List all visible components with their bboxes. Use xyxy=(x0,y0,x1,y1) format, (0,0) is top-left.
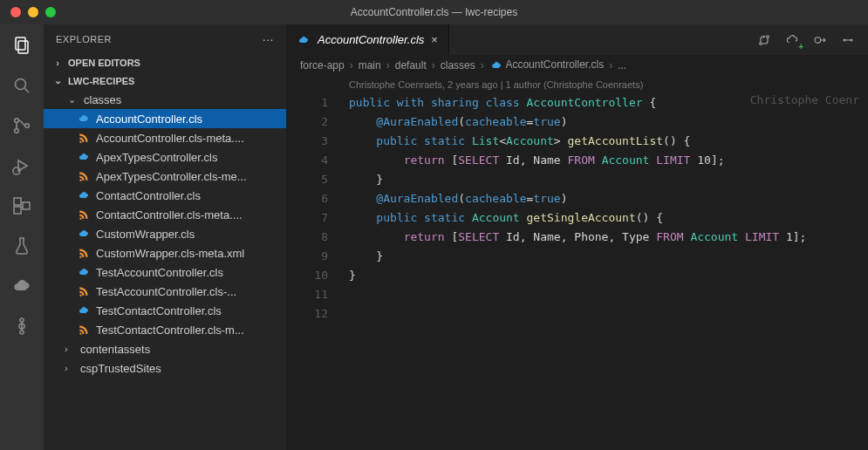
codelens[interactable]: Christophe Coenraets, 2 years ago | 1 au… xyxy=(349,79,643,90)
retrieve-icon[interactable] xyxy=(812,32,828,48)
debug-icon[interactable] xyxy=(10,153,34,178)
tab-account-controller[interactable]: AccountController.cls × xyxy=(286,24,449,55)
file-item[interactable]: AccountController.cls xyxy=(44,109,286,128)
chevron-right-icon: › xyxy=(65,344,75,354)
salesforce-cloud-icon[interactable] xyxy=(10,274,34,298)
svg-rect-0 xyxy=(16,38,25,50)
svg-point-5 xyxy=(15,129,19,133)
breadcrumbs[interactable]: force-app›main›default›classes› AccountC… xyxy=(286,55,868,76)
tab-bar: AccountController.cls × xyxy=(286,24,868,55)
svg-point-16 xyxy=(767,35,769,38)
file-item[interactable]: ApexTypesController.cls-me... xyxy=(44,167,286,186)
cloud-sync-icon[interactable] xyxy=(784,32,800,48)
cloud-icon xyxy=(77,150,91,164)
file-item[interactable]: TestAccountController.cls-... xyxy=(44,282,286,301)
repo-label: LWC-RECIPES xyxy=(68,76,134,86)
svg-point-13 xyxy=(20,331,24,334)
compare-changes-icon[interactable] xyxy=(756,32,772,48)
folder-label: contentassets xyxy=(80,343,150,356)
breadcrumb-item[interactable]: ... xyxy=(618,59,626,72)
file-label: ApexTypesController.cls xyxy=(96,151,217,164)
cloud-icon xyxy=(77,112,91,126)
sidebar-more-icon[interactable]: ··· xyxy=(263,32,274,46)
file-item[interactable]: CustomWrapper.cls-meta.xml xyxy=(44,243,286,262)
line-gutter: 123456789101112 xyxy=(286,93,328,324)
repo-section[interactable]: ⌄ LWC-RECIPES xyxy=(44,72,286,90)
svg-point-4 xyxy=(15,119,19,123)
chevron-right-icon: › xyxy=(52,58,63,68)
svg-point-15 xyxy=(760,42,762,44)
svg-line-3 xyxy=(24,88,29,92)
source-control-icon[interactable] xyxy=(10,113,34,138)
svg-rect-10 xyxy=(14,207,21,214)
title-bar: AccountController.cls — lwc-recipes xyxy=(0,0,868,24)
breadcrumb-item[interactable]: classes xyxy=(441,59,475,72)
extensions-icon[interactable] xyxy=(10,194,34,218)
chevron-right-icon: › xyxy=(432,59,435,72)
breadcrumb-item[interactable]: force-app xyxy=(300,59,345,72)
file-label: ContactController.cls-meta.... xyxy=(96,208,243,222)
file-item[interactable]: ContactController.cls-meta.... xyxy=(44,205,286,224)
cloud-icon xyxy=(77,303,91,317)
search-icon[interactable] xyxy=(10,73,34,98)
deploy-icon[interactable] xyxy=(840,32,856,48)
cloud-icon xyxy=(77,265,91,279)
folder-item[interactable]: ›cspTrustedSites xyxy=(44,358,286,378)
file-label: TestContactController.cls-m... xyxy=(96,324,244,337)
file-tree: ⌄ classes AccountController.clsAccountCo… xyxy=(44,90,286,450)
folder-label: cspTrustedSites xyxy=(80,362,161,375)
chevron-right-icon: › xyxy=(65,363,75,373)
breadcrumb-item[interactable]: default xyxy=(395,59,427,72)
rss-icon xyxy=(77,323,91,337)
chevron-right-icon: › xyxy=(609,59,612,72)
folder-classes[interactable]: ⌄ classes xyxy=(44,90,286,109)
explorer-icon[interactable] xyxy=(10,33,34,58)
rss-icon xyxy=(77,246,91,260)
breadcrumb-item[interactable]: main xyxy=(359,59,381,72)
file-item[interactable]: AccountController.cls-meta.... xyxy=(44,128,286,147)
tab-label: AccountController.cls xyxy=(318,33,424,46)
window-title: AccountController.cls — lwc-recipes xyxy=(0,6,868,18)
test-beaker-icon[interactable] xyxy=(10,234,34,258)
svg-rect-1 xyxy=(18,41,28,53)
file-label: TestAccountController.cls xyxy=(96,266,223,279)
cloud-icon xyxy=(77,188,91,202)
rss-icon xyxy=(77,131,91,145)
file-label: ContactController.cls xyxy=(96,189,201,202)
code-editor[interactable]: Christophe Coenraets, 2 years ago | 1 au… xyxy=(286,76,868,450)
file-label: CustomWrapper.cls-meta.xml xyxy=(96,247,244,260)
minimize-window-icon[interactable] xyxy=(28,7,38,17)
svg-point-12 xyxy=(20,318,24,322)
file-item[interactable]: TestAccountController.cls xyxy=(44,262,286,282)
svg-rect-11 xyxy=(23,202,30,209)
breadcrumb-item[interactable]: AccountController.cls xyxy=(489,58,604,72)
folder-label: classes xyxy=(84,93,121,106)
maximize-window-icon[interactable] xyxy=(45,7,56,17)
sidebar-explorer: EXPLORER ··· › OPEN EDITORS ⌄ LWC-RECIPE… xyxy=(44,24,286,450)
file-label: AccountController.cls xyxy=(96,112,202,126)
editor-area: AccountController.cls × force-app›main›d… xyxy=(286,24,868,450)
chevron-right-icon: › xyxy=(350,59,353,72)
file-label: TestAccountController.cls-... xyxy=(96,285,236,298)
file-item[interactable]: ContactController.cls xyxy=(44,186,286,205)
chevron-down-icon: ⌄ xyxy=(68,94,79,106)
svg-point-2 xyxy=(16,79,26,90)
open-editors-section[interactable]: › OPEN EDITORS xyxy=(44,54,286,72)
rebase-icon[interactable] xyxy=(10,314,34,338)
close-icon[interactable]: × xyxy=(431,33,438,46)
file-item[interactable]: TestContactController.cls-m... xyxy=(44,320,286,339)
file-label: ApexTypesController.cls-me... xyxy=(96,170,247,183)
svg-point-6 xyxy=(25,124,30,128)
file-item[interactable]: ApexTypesController.cls xyxy=(44,147,286,167)
file-label: TestContactController.cls xyxy=(96,304,222,317)
chevron-right-icon: › xyxy=(481,59,484,72)
folder-item[interactable]: ›contentassets xyxy=(44,339,286,358)
sidebar-title: EXPLORER xyxy=(56,34,112,44)
close-window-icon[interactable] xyxy=(10,7,21,17)
file-item[interactable]: CustomWrapper.cls xyxy=(44,224,286,243)
svg-point-17 xyxy=(815,37,821,43)
traffic-lights xyxy=(0,7,56,17)
svg-rect-9 xyxy=(14,198,21,205)
code-text[interactable]: public with sharing class AccountControl… xyxy=(349,93,806,285)
file-item[interactable]: TestContactController.cls xyxy=(44,301,286,320)
